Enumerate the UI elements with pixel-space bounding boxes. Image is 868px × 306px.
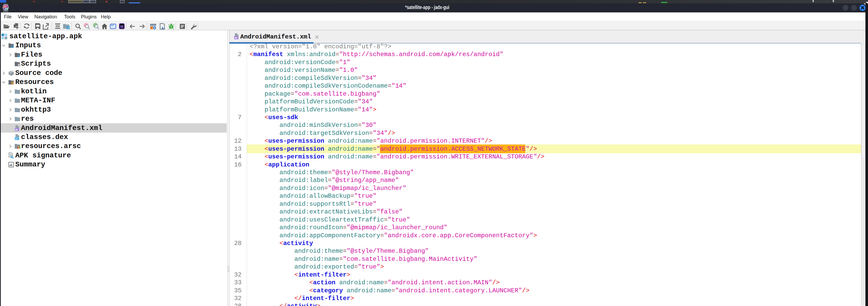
svg-text:MF: MF	[15, 129, 18, 131]
svg-text:MF: MF	[235, 37, 238, 39]
svg-text:M: M	[120, 25, 123, 29]
svg-text:DX: DX	[5, 7, 8, 10]
svg-text:J: J	[15, 138, 17, 140]
